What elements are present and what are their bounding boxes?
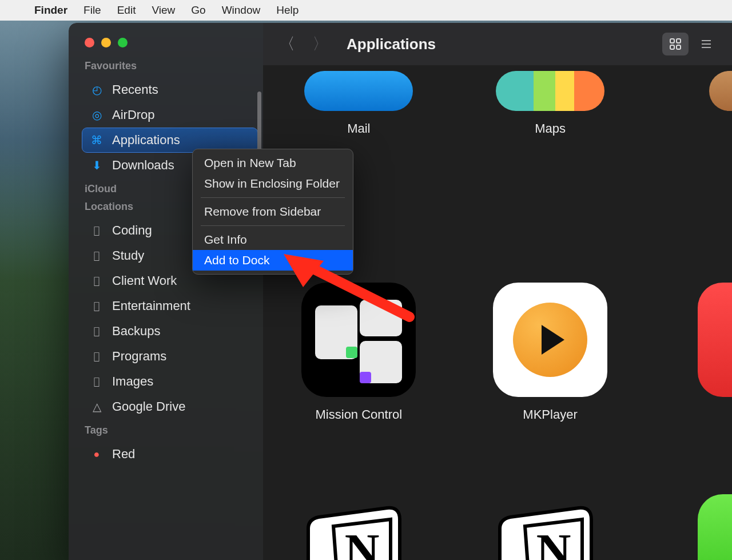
disk-icon: ⌷: [89, 249, 104, 263]
maps-icon: [496, 71, 604, 111]
sidebar-item-tag-red[interactable]: ● Red: [82, 442, 257, 466]
sidebar-item-label: Study: [112, 248, 144, 263]
svg-rect-1: [677, 39, 681, 43]
disk-icon: ⌷: [89, 325, 104, 338]
disk-icon: ⌷: [89, 275, 104, 288]
sidebar-item-label: Applications: [112, 133, 180, 148]
app-mail[interactable]: Mail: [263, 71, 455, 136]
svg-text:N: N: [536, 525, 571, 560]
mail-icon: [304, 71, 413, 111]
app-maps[interactable]: Maps: [455, 71, 646, 136]
app-partial-right[interactable]: [709, 71, 732, 111]
window-title: Applications: [347, 35, 436, 53]
list-icon: [699, 37, 713, 51]
sidebar-item-images[interactable]: ⌷Images: [82, 370, 257, 394]
app-notion[interactable]: N Notion: [263, 494, 455, 560]
mkplayer-icon: [493, 283, 607, 397]
sidebar-item-label: AirDrop: [112, 108, 155, 122]
sidebar-item-label: Coding: [112, 223, 152, 238]
app-label: Maps: [535, 121, 566, 136]
app-partial-right-3[interactable]: [698, 494, 732, 560]
sidebar-item-label: Entertainment: [112, 299, 190, 313]
disk-icon: ⌷: [89, 350, 104, 363]
list-view-button[interactable]: [693, 33, 719, 55]
sidebar-item-google-drive[interactable]: △Google Drive: [82, 395, 257, 419]
sidebar-item-label: Client Work: [112, 273, 177, 288]
disk-icon: ⌷: [89, 224, 104, 237]
disk-icon: ⌷: [89, 375, 104, 388]
svg-rect-2: [670, 45, 674, 49]
view-mode-toggle: [662, 33, 719, 55]
app-label: MKPlayer: [523, 407, 577, 422]
sidebar-header-favourites: Favourites: [85, 60, 257, 72]
sidebar-item-recents[interactable]: ◴ Recents: [82, 78, 257, 102]
airdrop-icon: ◎: [89, 108, 104, 122]
sidebar-section-tags: Tags ● Red: [82, 424, 257, 466]
menu-edit[interactable]: Edit: [117, 4, 136, 17]
finder-sidebar: Favourites ◴ Recents ◎ AirDrop ⌘ Applica…: [69, 23, 263, 560]
icon-view-button[interactable]: [662, 33, 689, 55]
menu-help[interactable]: Help: [276, 4, 299, 17]
sidebar-item-label: Red: [112, 447, 135, 462]
back-button[interactable]: 〈: [276, 31, 299, 57]
close-button[interactable]: [85, 38, 94, 47]
tag-dot-icon: ●: [89, 448, 104, 460]
window-controls: [85, 38, 257, 47]
app-mkplayer[interactable]: MKPlayer: [455, 283, 646, 422]
sidebar-item-label: Images: [112, 374, 153, 389]
ctx-open-new-tab[interactable]: Open in New Tab: [193, 153, 353, 173]
sidebar-item-backups[interactable]: ⌷Backups: [82, 319, 257, 343]
unknown-app-icon: [698, 283, 732, 397]
sidebar-item-entertainment[interactable]: ⌷Entertainment: [82, 294, 257, 318]
ctx-get-info[interactable]: Get Info: [193, 229, 353, 250]
applications-icon: ⌘: [89, 133, 104, 147]
svg-text:N: N: [345, 525, 380, 560]
download-icon: ⬇: [89, 158, 104, 172]
svg-line-9: [307, 265, 409, 317]
sidebar-item-label: Downloads: [112, 158, 174, 173]
unknown-app-icon: [709, 71, 732, 111]
sidebar-item-airdrop[interactable]: ◎ AirDrop: [82, 103, 257, 127]
svg-rect-0: [670, 39, 674, 43]
sidebar-item-programs[interactable]: ⌷Programs: [82, 344, 257, 368]
sidebar-item-label: Recents: [112, 82, 158, 97]
unknown-app-icon: [698, 494, 732, 560]
menu-view[interactable]: View: [152, 4, 175, 17]
app-label: Mail: [347, 121, 370, 136]
annotation-arrow: [278, 254, 415, 325]
ctx-show-enclosing[interactable]: Show in Enclosing Folder: [193, 173, 353, 194]
sidebar-item-label: Backups: [112, 324, 160, 339]
menu-go[interactable]: Go: [191, 4, 205, 17]
zoom-button[interactable]: [118, 38, 128, 47]
app-partial-right-2[interactable]: [698, 283, 732, 397]
forward-button[interactable]: 〉: [309, 31, 332, 57]
ctx-remove-sidebar[interactable]: Remove from Sidebar: [193, 201, 353, 222]
grid-icon: [669, 37, 682, 51]
app-notion-2[interactable]: N Notion 2: [455, 494, 646, 560]
notion-icon: N: [301, 494, 416, 560]
notion-icon: N: [493, 494, 607, 560]
clock-icon: ◴: [89, 83, 104, 97]
menu-file[interactable]: File: [83, 4, 101, 17]
sidebar-header-tags: Tags: [85, 424, 257, 436]
app-label: Mission Control: [316, 407, 403, 422]
svg-rect-3: [677, 45, 681, 49]
gdrive-icon: △: [89, 400, 104, 414]
disk-icon: ⌷: [89, 300, 104, 313]
menu-window[interactable]: Window: [222, 4, 261, 17]
menubar: Finder File Edit View Go Window Help: [0, 0, 732, 21]
ctx-separator: [201, 225, 345, 226]
menubar-app-name[interactable]: Finder: [34, 4, 67, 17]
sidebar-item-label: Programs: [112, 349, 166, 364]
minimize-button[interactable]: [101, 38, 111, 47]
sidebar-item-label: Google Drive: [112, 399, 185, 414]
finder-toolbar: 〈 〉 Applications: [263, 23, 732, 65]
ctx-separator: [201, 197, 345, 198]
